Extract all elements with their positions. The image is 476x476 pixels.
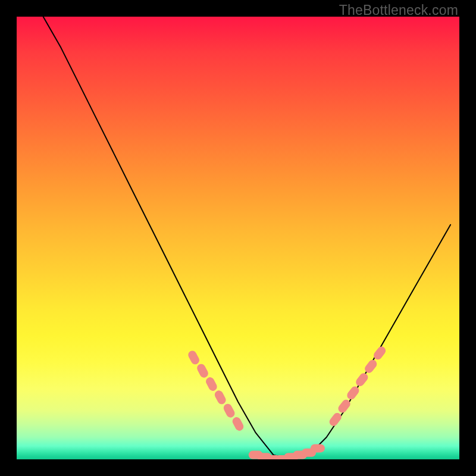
watermark-text: TheBottleneck.com	[339, 2, 458, 18]
curve-marker	[205, 376, 219, 393]
curve-marker	[187, 349, 201, 366]
curve-marker	[345, 385, 361, 402]
curve-marker	[196, 362, 210, 379]
curve-marker	[213, 389, 227, 406]
curve-marker	[311, 444, 325, 452]
plot-area	[17, 17, 459, 459]
bottleneck-curve	[43, 17, 451, 459]
chart-overlay	[17, 17, 459, 459]
curve-markers	[187, 345, 387, 459]
chart-frame: TheBottleneck.com	[0, 0, 476, 476]
curve-marker	[328, 411, 343, 428]
curve-marker	[354, 371, 369, 388]
curve-marker	[231, 416, 245, 433]
curve-marker	[363, 358, 378, 375]
curve-marker	[222, 402, 236, 419]
